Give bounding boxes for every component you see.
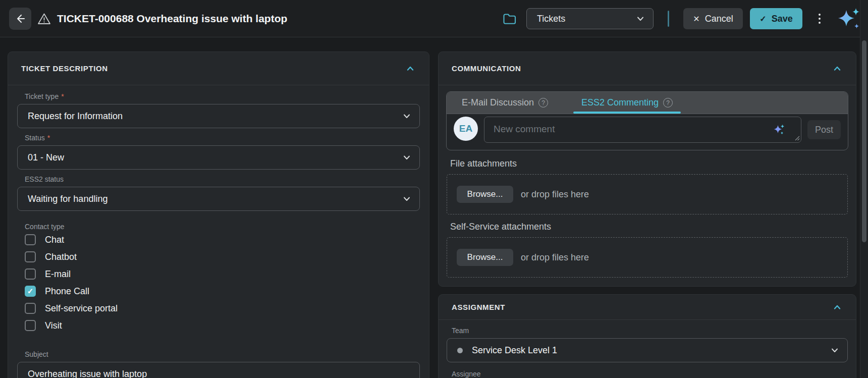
ticket-type-select[interactable]: Request for Information (17, 104, 420, 128)
drop-hint: or drop files here (521, 189, 589, 200)
toolbar-divider (668, 11, 669, 27)
checkbox (25, 320, 36, 331)
self-service-attachments-label: Self-Service attachments (450, 222, 856, 232)
chevron-up-icon (406, 64, 415, 73)
checkbox-phone-call[interactable]: Phone Call (25, 286, 420, 297)
check-icon (760, 14, 766, 24)
checkbox (25, 303, 36, 314)
ai-assist-icon[interactable] (773, 124, 785, 136)
chevron-down-icon (402, 194, 411, 203)
save-button[interactable]: Save (750, 8, 802, 29)
tab-email-discussion[interactable]: E-Mail Discussion (462, 92, 548, 114)
checkbox-self-service-portal[interactable]: Self-service portal (25, 303, 420, 314)
scrollbar-thumb[interactable] (862, 40, 866, 242)
help-icon[interactable] (663, 98, 673, 107)
assignee-label: Assignee (452, 370, 848, 378)
chevron-down-icon (830, 346, 839, 355)
page-title: TICKET-000688 Overheating issue with lap… (57, 13, 287, 25)
more-options-button[interactable] (813, 8, 826, 29)
section-title: TICKET DESCRIPTION (21, 64, 404, 73)
team-label: Team (452, 327, 848, 335)
ess2-status-label: ESS2 status* (25, 175, 420, 183)
subject-label: Subject (25, 350, 420, 358)
checkbox-chat[interactable]: Chat (25, 234, 420, 245)
ticket-type-label: Ticket type* (25, 92, 420, 100)
team-status-dot (457, 348, 463, 353)
communication-tabs-panel: E-Mail Discussion ESS2 Commenting EA (446, 91, 848, 150)
checkbox (25, 251, 36, 262)
contact-type-label: Contact type (25, 223, 420, 231)
ticket-description-section: TICKET DESCRIPTION Ticket type* Request … (8, 51, 429, 378)
back-button[interactable] (9, 8, 31, 30)
file-attachments-dropzone[interactable]: Browse... or drop files here (447, 174, 848, 214)
ess2-status-select[interactable]: Waiting for handling (17, 187, 420, 211)
cancel-button[interactable]: Cancel (683, 8, 743, 29)
folder-icon[interactable] (503, 13, 516, 25)
file-attachments-label: File attachments (450, 158, 856, 169)
status-select[interactable]: 01 - New (17, 145, 420, 170)
chevron-up-icon (833, 303, 842, 312)
assignment-section: ASSIGNMENT Team Service Desk Level 1 Ass… (438, 294, 856, 378)
checkbox (25, 268, 36, 280)
view-select-value: Tickets (537, 14, 636, 24)
browse-button[interactable]: Browse... (457, 249, 513, 266)
chevron-down-icon (402, 153, 411, 162)
resize-handle[interactable] (794, 135, 800, 141)
chevron-up-icon (833, 64, 842, 73)
close-icon (693, 14, 699, 24)
status-label: Status* (25, 134, 420, 142)
top-bar: Ticket › Tickets TICKET-000688 Overheati… (0, 0, 868, 37)
team-select[interactable]: Service Desk Level 1 (447, 338, 848, 362)
checkbox-chatbot[interactable]: Chatbot (25, 251, 420, 262)
vertical-scrollbar[interactable] (860, 0, 868, 378)
post-button[interactable]: Post (807, 120, 841, 139)
required-marker: * (47, 134, 50, 142)
self-service-attachments-dropzone[interactable]: Browse... or drop files here (447, 237, 848, 278)
browse-button[interactable]: Browse... (457, 186, 513, 203)
required-marker: * (61, 92, 64, 100)
section-title: ASSIGNMENT (452, 303, 831, 311)
section-title: COMMUNICATION (452, 64, 831, 73)
warning-triangle-icon (37, 13, 51, 25)
ticket-edit-page: Ticket › Tickets TICKET-000688 Overheati… (0, 0, 868, 378)
tab-ess2-commenting[interactable]: ESS2 Commenting (581, 92, 673, 114)
help-icon[interactable] (538, 98, 548, 107)
drop-hint: or drop files here (521, 252, 589, 263)
communication-section: COMMUNICATION E-Mail Discussion ESS2 Com… (438, 51, 856, 287)
checkbox-visit[interactable]: Visit (25, 320, 420, 331)
collapse-section-button[interactable] (404, 62, 417, 75)
checkbox (25, 234, 36, 245)
chevron-down-icon (402, 112, 411, 121)
subject-input[interactable] (17, 362, 420, 378)
tab-strip: E-Mail Discussion ESS2 Commenting (447, 92, 848, 114)
avatar: EA (454, 117, 478, 141)
view-select[interactable]: Tickets (526, 8, 654, 29)
checkbox-email[interactable]: E-mail (25, 268, 420, 280)
new-comment-input[interactable] (484, 117, 801, 143)
arrow-left-icon (15, 13, 26, 24)
checkbox (25, 286, 36, 297)
ai-sparkle-icon[interactable] (837, 7, 861, 30)
chevron-down-icon (636, 14, 645, 23)
collapse-section-button[interactable] (831, 301, 844, 314)
collapse-section-button[interactable] (831, 62, 844, 75)
